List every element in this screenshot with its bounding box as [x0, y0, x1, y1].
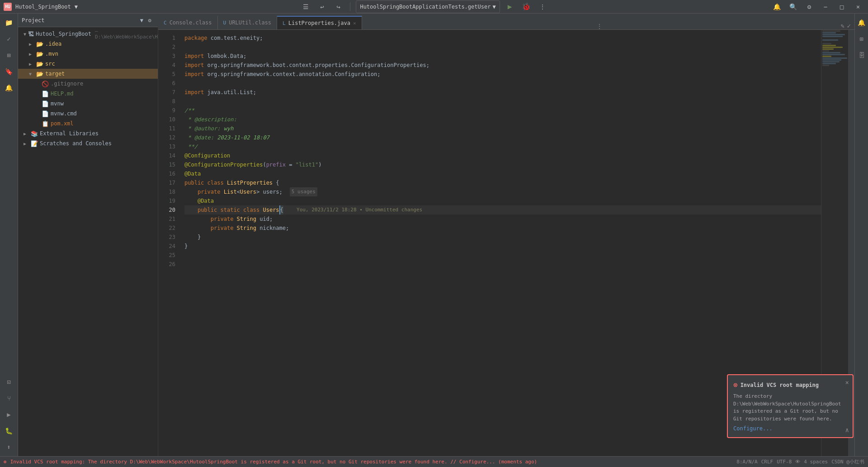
line-numbers: 1 2 3 4 5 6 7 8 9 10 11 12 13 14 15 16 1… [158, 30, 181, 456]
sidebar-icon-commit[interactable]: ✓ [2, 32, 16, 46]
code-line-5: import org.springframework.context.annot… [184, 70, 821, 79]
code-line-25 [184, 251, 821, 260]
right-icon-structure[interactable]: ⊞ [854, 32, 868, 46]
save-icon[interactable]: ✓ [847, 22, 851, 29]
expand-arrow-src[interactable]: ▶ [29, 62, 34, 67]
code-line-18: private List<Users> users; 5 usages [184, 187, 821, 196]
status-charset[interactable]: UTF-8 [777, 459, 792, 465]
code-line-20: public static class Users{ You, 2023/11/… [184, 205, 821, 214]
right-icon-notifications[interactable]: 🔔 [854, 15, 868, 30]
tree-item-mvnwcmd[interactable]: 📄 mvnw.cmd [18, 109, 158, 119]
sidebar-icon-run[interactable]: ▶ [2, 407, 16, 422]
code-content[interactable]: package com.test.eneity; import lombok.D… [181, 30, 821, 456]
tree-item-gitignore[interactable]: 🚫 .gitignore [18, 79, 158, 89]
sidebar-icon-structure[interactable]: ⊞ [2, 48, 16, 62]
sidebar-icon-terminal[interactable]: ⊡ [2, 375, 16, 389]
code-line-21: private String uid; [184, 214, 821, 224]
sidebar-icon-debug[interactable]: 🐛 [2, 424, 16, 438]
run-target-arrow: ▼ [492, 4, 495, 10]
tree-item-src[interactable]: ▶ 📂 src [18, 59, 158, 69]
status-position[interactable]: 8:A/N/A [736, 459, 757, 465]
settings-icon[interactable]: ⚙ [803, 0, 816, 13]
expand-arrow-mvn[interactable]: ▶ [29, 52, 34, 57]
status-indent[interactable]: 4 spaces [804, 459, 828, 465]
undo-button[interactable]: ↩ [316, 0, 328, 13]
project-dropdown-icon[interactable]: ▼ [140, 17, 143, 24]
status-eye-icon[interactable]: 👁 [795, 459, 800, 465]
expand-arrow-idea[interactable]: ▶ [29, 42, 34, 47]
sidebar-icon-bookmark[interactable]: 🔖 [2, 64, 16, 79]
debug-button[interactable]: 🐞 [520, 0, 533, 13]
redo-button[interactable]: ↪ [332, 0, 344, 13]
project-panel: Project ▼ ⚙ ▼ 🏗 Hutool_SpringBoot — D:\W… [18, 14, 158, 456]
title-arrow[interactable]: ▼ [75, 4, 78, 10]
expand-arrow-root[interactable]: ▼ [24, 32, 26, 37]
hamburger-icon[interactable]: ☰ [299, 0, 312, 13]
file-icon-pomxml: 📋 [42, 120, 49, 127]
line-num-8: 8 [158, 97, 181, 106]
tree-item-pomxml[interactable]: 📋 pom.xml [18, 119, 158, 129]
line-num-22: 22 [158, 224, 181, 233]
project-gear-icon[interactable]: ⚙ [145, 16, 154, 25]
expand-arrow-extlibs[interactable]: ▶ [24, 131, 29, 136]
code-line-12: * @date: 2023-11-02 18:07 [184, 133, 821, 142]
tree-item-helpmd[interactable]: 📄 HELP.md [18, 89, 158, 99]
sidebar-icon-project[interactable]: 📁 [2, 15, 16, 30]
line-num-13: 13 [158, 142, 181, 151]
notification-error-icon: ⊗ [733, 381, 738, 389]
tree-item-extlibs[interactable]: ▶ 📚 External Libraries [18, 129, 158, 138]
notification-body: The directory D:\Web\WebWorkSpace\Hutool… [733, 393, 847, 423]
run-target[interactable]: HutoolSpringBootApplicationTests.getUser… [356, 0, 500, 13]
notification-configure-link[interactable]: Configure... [733, 425, 773, 432]
file-icon-helpmd: 📄 [42, 91, 49, 97]
expand-arrow-target[interactable]: ▼ [29, 71, 34, 76]
status-encoding[interactable]: CRLF [761, 459, 774, 465]
close-button[interactable]: × [852, 0, 864, 13]
code-line-24: } [184, 242, 821, 251]
tree-label-scratches: Scratches and Consoles [40, 140, 112, 147]
line-num-24: 24 [158, 242, 181, 251]
minimap-line [822, 39, 838, 41]
tab-more-button[interactable]: ⋮ [593, 23, 606, 29]
sidebar-icon-git[interactable]: ⑂ [2, 391, 16, 405]
line-num-12: 12 [158, 133, 181, 142]
notifications-icon[interactable]: 🔔 [770, 0, 783, 13]
run-button[interactable]: ▶ [504, 0, 516, 13]
tab-close-listproperties[interactable]: × [353, 20, 356, 26]
tab-icon-urlutil: U [223, 20, 226, 26]
code-line-3: import lombok.Data; [184, 52, 821, 61]
code-line-17: public class ListProperties { [184, 178, 821, 187]
tree-item-scratches[interactable]: ▶ 📝 Scratches and Consoles [18, 138, 158, 148]
tree-item-mvnw[interactable]: 📄 mvnw [18, 99, 158, 109]
line-num-10: 10 [158, 115, 181, 124]
right-icon-database[interactable]: 🗄 [854, 48, 868, 62]
code-line-8 [184, 97, 821, 106]
tab-urlutil[interactable]: U URLUtil.class [218, 16, 278, 29]
notification-collapse-button[interactable]: ∧ [845, 426, 849, 434]
notification-close-button[interactable]: × [845, 379, 849, 386]
tree-label-pomxml: pom.xml [51, 120, 74, 127]
tab-console[interactable]: C Console.class [158, 16, 218, 29]
app-icon: HU [4, 3, 12, 11]
status-error-text[interactable]: Invalid VCS root mapping: The directory … [10, 459, 538, 465]
more-options-button[interactable]: ⋮ [536, 0, 549, 13]
code-line-26 [184, 260, 821, 269]
restore-button[interactable]: □ [835, 0, 848, 13]
code-line-6 [184, 79, 821, 88]
minimize-button[interactable]: − [819, 0, 832, 13]
tab-listproperties[interactable]: L ListProperties.java × [277, 16, 362, 29]
code-line-1: package com.test.eneity; [184, 33, 821, 43]
tree-item-target[interactable]: ▼ 📂 target [18, 69, 158, 79]
sidebar-icon-notifications[interactable]: 🔔 [2, 81, 16, 95]
edit-icon[interactable]: ✎ [840, 22, 844, 29]
tree-item-root[interactable]: ▼ 🏗 Hutool_SpringBoot — D:\Web\WebWorkSp… [18, 29, 158, 39]
expand-arrow-scratches[interactable]: ▶ [24, 141, 29, 146]
minimap-line [822, 34, 845, 35]
tree-item-mvn[interactable]: ▶ 📂 .mvn [18, 49, 158, 59]
code-line-23: } [184, 233, 821, 242]
code-line-14: @Configuration [184, 151, 821, 160]
search-icon[interactable]: 🔍 [787, 0, 799, 13]
tree-item-idea[interactable]: ▶ 📂 .idea [18, 39, 158, 49]
sidebar-icon-more[interactable]: ⬆ [2, 440, 16, 454]
minimap-line [822, 48, 834, 50]
